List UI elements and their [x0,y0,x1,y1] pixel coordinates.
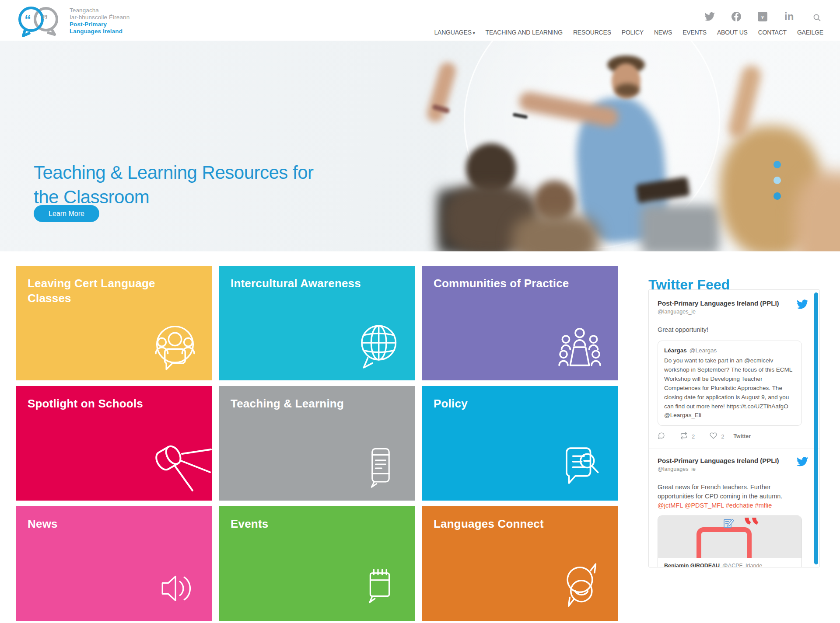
quoted-handle: @ACPF_Irlande [722,563,762,567]
quoted-author: Benjamin GIRODEAU [664,563,720,567]
tweet-divider [649,449,819,449]
reply-icon[interactable] [658,432,665,441]
tile-spotlight-on-schools[interactable]: Spotlight on Schools [16,386,212,501]
logo-line-3: Post-Primary [70,21,130,28]
facebook-icon[interactable] [732,12,741,21]
tile-languages-connect[interactable]: Languages Connect [422,506,618,621]
tweet-header: Post-Primary Languages Ireland (PPLI) @l… [658,457,811,472]
hero-banner: Teaching & Learning Resources for the Cl… [0,41,840,251]
quoted-text: Do you want to take part in an @ecmlcelv… [664,356,795,420]
logo-line-2: Iar-bhunscoile Éireann [70,14,130,21]
nav-item-languages[interactable]: LANGUAGES▾ [434,29,475,36]
tweet-handle[interactable]: @languages_ie [658,466,791,472]
tweet-source[interactable]: Twitter [733,433,751,439]
nav-item-gaeilge[interactable]: GAEILGE [797,29,823,36]
twitter-feed-card: Post-Primary Languages Ireland (PPLI) @l… [648,289,820,567]
globe-speech-icon [354,320,402,372]
tile-intercultural-awareness[interactable]: Intercultural Awareness [219,266,415,380]
people-speech-circle-icon [150,323,200,372]
vimeo-icon[interactable]: v [758,12,767,21]
nav-item-teaching-and-learning[interactable]: TEACHING AND LEARNING [486,29,563,36]
retweet-icon[interactable] [680,432,688,441]
tile-title: News [28,517,172,532]
tile-events[interactable]: Events [219,506,415,621]
logo-line-1: Teangacha [70,7,130,14]
quoted-tweet-with-image[interactable]: Benjamin GIRODEAU@ACPF_Irlande L'Univers… [658,515,802,567]
notepad-pencil-icon [723,518,734,531]
twitter-bird-icon[interactable] [797,457,808,468]
tweet-author: Post-Primary Languages Ireland (PPLI) [658,457,791,464]
tile-title: Languages Connect [434,517,578,532]
tweet-2[interactable]: Post-Primary Languages Ireland (PPLI) @l… [658,457,811,567]
tweet-header: Post-Primary Languages Ireland (PPLI) @l… [658,299,811,315]
like-count: 2 [721,433,724,440]
nav-item-events[interactable]: EVENTS [682,29,707,36]
retweet-count: 2 [692,433,695,440]
red-quote-marks [744,517,759,529]
twitter-bird-icon[interactable] [797,299,808,311]
red-frame-graphic [696,527,752,558]
tweet-text-plain: Great news for French teachers. Further … [658,484,782,500]
quoted-handle: @Leargas [690,347,717,354]
quoted-tweet-body: Benjamin GIRODEAU@ACPF_Irlande L'Univers… [658,558,802,567]
carousel-dot-3[interactable] [774,192,781,200]
linked-speech-bubbles-icon [556,559,606,612]
carousel-dots [774,161,781,200]
nav-item-about-us[interactable]: ABOUT US [717,29,748,36]
tile-communities-of-practice[interactable]: Communities of Practice [422,266,618,380]
carousel-dot-2[interactable] [774,177,781,184]
nav-item-policy[interactable]: POLICY [622,29,644,36]
tile-title: Spotlight on Schools [28,397,172,411]
svg-text:in: in [784,11,794,22]
search-icon[interactable] [813,14,821,23]
speaker-icon [152,565,200,612]
twitter-icon[interactable] [704,12,715,21]
linkedin-icon[interactable]: in [784,11,796,22]
document-magnifier-icon [554,439,606,492]
nav-item-resources[interactable]: RESOURCES [573,29,611,36]
chevron-down-icon: ▾ [473,31,475,35]
svg-text:“: “ [24,12,31,27]
tweet-handle[interactable]: @languages_ie [658,309,791,315]
tweet-author: Post-Primary Languages Ireland (PPLI) [658,299,791,307]
tile-policy[interactable]: Policy [422,386,618,501]
like-icon[interactable] [710,432,717,441]
learn-more-button[interactable]: Learn More [34,205,99,222]
main-nav: LANGUAGES▾ TEACHING AND LEARNING RESOURC… [434,29,823,36]
notes-speech-icon [359,439,402,492]
svg-text:v: v [761,13,764,20]
tile-leaving-cert-language-classes[interactable]: Leaving Cert Language Classes [16,266,212,380]
tweet-links[interactable]: @jctMFL @PDST_MFL #edchatie #mflie [658,502,772,509]
feed-scrollbar[interactable] [814,292,818,564]
tile-teaching-and-learning[interactable]: Teaching & Learning [219,386,415,501]
people-table-icon [554,324,606,372]
carousel-dot-1[interactable] [774,161,781,168]
hero-title-line1: Teaching & Learning Resources for [34,162,314,183]
tile-title: Leaving Cert Language Classes [28,276,172,306]
tile-title: Events [231,517,375,532]
tile-title: Communities of Practice [434,276,578,291]
tweet-actions: 2 2 Twitter [658,432,811,441]
tile-news[interactable]: News [16,506,212,621]
hero-title: Teaching & Learning Resources for the Cl… [34,160,340,209]
speech-bubbles-logo-icon: “ ” [14,5,63,37]
nav-item-contact[interactable]: CONTACT [758,29,787,36]
spotlight-icon [142,433,212,492]
nav-item-news[interactable]: NEWS [654,29,672,36]
site-logo[interactable]: “ ” Teangacha Iar-bhunscoile Éireann Pos… [14,5,130,37]
classroom-photo [245,41,840,251]
tile-title: Teaching & Learning [231,397,375,411]
quoted-author: Léargas [664,347,687,354]
site-header: “ ” Teangacha Iar-bhunscoile Éireann Pos… [0,0,840,41]
tile-title: Intercultural Awareness [231,276,375,291]
calendar-speech-icon [357,561,402,612]
logo-line-4: Languages Ireland [70,28,130,35]
logo-text: Teangacha Iar-bhunscoile Éireann Post-Pr… [70,7,130,35]
tweet-1[interactable]: Post-Primary Languages Ireland (PPLI) @l… [658,299,811,441]
tile-title: Policy [434,397,578,411]
tweet-text: Great news for French teachers. Further … [658,483,802,510]
hero-title-line2: the Classroom [34,187,149,207]
social-icons-row: v in [704,11,796,22]
quoted-tweet[interactable]: Léargas@Leargas Do you want to take part… [658,341,802,426]
tweet-text: Great opportunity! [658,325,802,334]
